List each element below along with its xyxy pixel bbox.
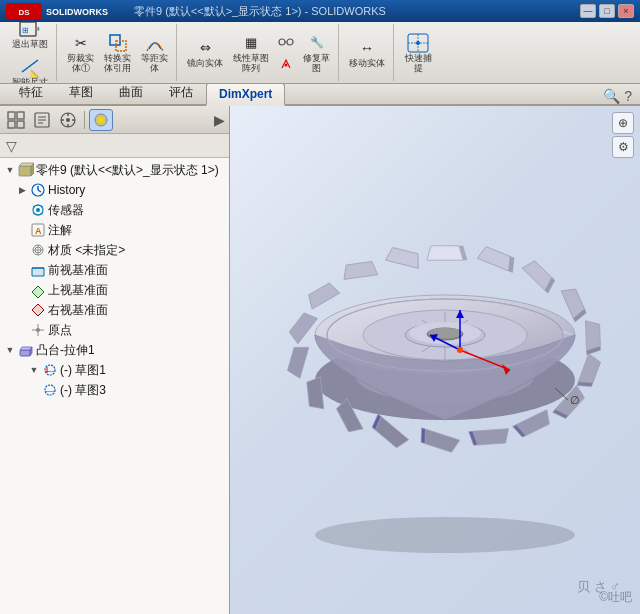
svg-rect-55 (20, 350, 30, 356)
svg-marker-50 (32, 286, 44, 298)
expand-origin[interactable]: ▶ (16, 324, 28, 336)
panel-nav-arrow[interactable]: ▶ (214, 112, 225, 128)
sketch1-icon: — (42, 362, 58, 378)
svg-marker-98 (306, 377, 323, 410)
convert-label: 转换实体引用 (104, 54, 131, 74)
move-label: 移动实体 (349, 59, 385, 69)
tree-item-extrude1[interactable]: ▼ 凸台-拉伸1 (0, 340, 229, 360)
tree-item-annotation[interactable]: ▶ A 注解 (0, 220, 229, 240)
svg-marker-85 (578, 354, 601, 387)
window-controls[interactable]: — □ × (580, 4, 634, 18)
exit-sketch-label: 退出草图 (12, 40, 48, 50)
toolbar-group-edit: ✂ 剪裁实体① 转换实体引用 等 (59, 24, 177, 81)
svg-text:📐: 📐 (30, 68, 40, 78)
expand-front-plane[interactable]: ▶ (16, 264, 28, 276)
svg-rect-21 (17, 121, 24, 128)
tree-item-material[interactable]: ▶ 材质 <未指定> (0, 240, 229, 260)
offset-entity-button[interactable]: 等距实体 (137, 30, 172, 76)
svg-point-10 (279, 39, 285, 45)
solidworks-logo: DS SOLIDWORKS (6, 3, 126, 19)
left-panel: ▶ ▽ ▼ 零件9 (默认<<默认>_显示状态 1>) (0, 106, 230, 614)
convert-entity-button[interactable]: 转换实体引用 (100, 30, 135, 76)
svg-text:—: — (46, 386, 54, 395)
tree-item-right-plane[interactable]: ▶ 右视基准面 (0, 300, 229, 320)
svg-point-17 (416, 41, 420, 45)
array-label: 线性草图阵列 (233, 54, 269, 74)
quick-snap-button[interactable]: 快速捕提 (400, 30, 436, 76)
tree-item-top-plane[interactable]: ▶ 上视基准面 (0, 280, 229, 300)
tab-sketch[interactable]: 草图 (56, 80, 106, 104)
minimize-button[interactable]: — (580, 4, 596, 18)
tab-surface[interactable]: 曲面 (106, 80, 156, 104)
expand-annotation[interactable]: ▶ (16, 224, 28, 236)
zoom-to-fit-button[interactable]: ⊕ (612, 112, 634, 134)
mirror-label: 镜向实体 (187, 59, 223, 69)
help-icon[interactable]: ? (624, 88, 632, 104)
svg-point-41 (36, 208, 40, 212)
repair-sketch-button[interactable] (275, 54, 297, 74)
tab-dimxpert[interactable]: DimXpert (206, 83, 285, 106)
trim-entity-button[interactable]: ✂ 剪裁实体① (63, 30, 98, 76)
svg-marker-100 (287, 310, 318, 344)
expand-sensor[interactable]: ▶ (16, 204, 28, 216)
viewport: ∅ ⊕ ⚙ ©吐吧 贝 さ ♂ (230, 106, 640, 614)
annotation-icon: A (30, 222, 46, 238)
tree-item-history[interactable]: ▶ History (0, 180, 229, 200)
panel-divider (84, 111, 85, 129)
svg-marker-99 (286, 344, 308, 379)
main-area: ▶ ▽ ▼ 零件9 (默认<<默认>_显示状态 1>) (0, 106, 640, 614)
linear-array-button[interactable]: ▦ 线性草图阵列 (229, 30, 273, 76)
tree-item-sketch1[interactable]: ▼ — (-) 草图1 (0, 360, 229, 380)
tab-evaluate[interactable]: 评估 (156, 80, 206, 104)
tree-item-front-plane[interactable]: ▶ 前视基准面 (0, 260, 229, 280)
part9-label: 零件9 (默认<<默认>_显示状态 1>) (36, 162, 219, 179)
exit-sketch-icon: ⊞ (18, 22, 42, 40)
feature-tree: ▼ 零件9 (默认<<默认>_显示状态 1>) ▶ (0, 158, 229, 614)
svg-marker-93 (421, 429, 460, 453)
right-plane-label: 右视基准面 (48, 302, 108, 319)
history-icon (30, 182, 46, 198)
move-entity-button[interactable]: ↔ 移动实体 (345, 35, 389, 71)
panel-btn-active[interactable] (89, 109, 113, 131)
close-button[interactable]: × (618, 4, 634, 18)
history-label: History (48, 183, 85, 197)
panel-btn-propmgr[interactable] (30, 109, 54, 131)
svg-point-120 (457, 347, 463, 353)
tab-features[interactable]: 特征 (6, 80, 56, 104)
expand-right-plane[interactable]: ▶ (16, 304, 28, 316)
search-icon[interactable]: 🔍 (603, 88, 620, 104)
sketch3-icon: — (42, 382, 58, 398)
svg-rect-8 (110, 35, 120, 45)
svg-marker-91 (473, 429, 510, 445)
view-settings-button[interactable]: ⚙ (612, 136, 634, 158)
svg-text:SOLIDWORKS: SOLIDWORKS (46, 7, 108, 17)
expand-extrude1[interactable]: ▼ (4, 344, 16, 356)
smart-dimension-icon: 📐 (18, 56, 42, 78)
panel-btn-featuremgr[interactable] (4, 109, 28, 131)
maximize-button[interactable]: □ (599, 4, 615, 18)
expand-top-plane[interactable]: ▶ (16, 284, 28, 296)
tree-item-part9[interactable]: ▼ 零件9 (默认<<默认>_显示状态 1>) (0, 160, 229, 180)
top-plane-icon (30, 282, 46, 298)
expand-part9[interactable]: ▼ (4, 164, 16, 176)
tree-item-origin[interactable]: ▶ 原点 (0, 320, 229, 340)
panel-btn-config[interactable] (56, 109, 80, 131)
mirror-button[interactable]: ⇔ 镜向实体 (183, 35, 227, 71)
tree-item-sketch3[interactable]: ▶ — (-) 草图3 (0, 380, 229, 400)
expand-sketch3[interactable]: ▶ (28, 384, 40, 396)
expand-history[interactable]: ▶ (16, 184, 28, 196)
show-relations-button[interactable] (275, 32, 297, 52)
svg-point-54 (36, 328, 40, 332)
expand-sketch1[interactable]: ▼ (28, 364, 40, 376)
svg-marker-102 (342, 261, 378, 280)
exit-sketch-button[interactable]: ⊞ 退出草图 (8, 22, 52, 52)
move-icon: ↔ (355, 37, 379, 59)
sensor-icon (30, 202, 46, 218)
mirror-icon: ⇔ (193, 37, 217, 59)
filter-icon[interactable]: ▽ (6, 138, 17, 154)
offset-icon (143, 32, 167, 54)
tree-item-sensor[interactable]: ▶ 传感器 (0, 200, 229, 220)
annotation-label: 注解 (48, 222, 72, 239)
repair-button2[interactable]: 🔧 修复草图 (299, 30, 334, 76)
expand-material[interactable]: ▶ (16, 244, 28, 256)
